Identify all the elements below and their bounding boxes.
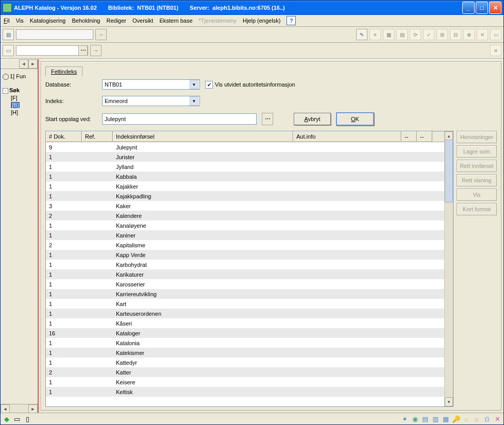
menu-fil[interactable]: Fil [4, 18, 10, 24]
table-row[interactable]: 1Kanaløyene [46, 220, 444, 230]
select-indeks[interactable]: Emneord ▼ [102, 96, 200, 106]
input-start[interactable]: Julepynt [102, 113, 257, 125]
status-exit-icon[interactable]: ✕ [493, 415, 501, 423]
table-row[interactable]: 1Kåseri [46, 318, 444, 328]
col-d1[interactable]: -- [401, 131, 417, 142]
status-nav-icon[interactable]: ✦ [400, 415, 409, 423]
col-dok[interactable]: # Dok. [46, 131, 82, 142]
table-row[interactable]: 1Kart [46, 299, 444, 309]
tree-fun[interactable]: 1] Fun [3, 73, 36, 80]
table-row[interactable]: 2Kapitalisme [46, 240, 444, 250]
tool-icon-list[interactable]: ▭ [3, 45, 14, 56]
status-print-icon[interactable]: ⎙ [483, 415, 491, 423]
toolbar-input-2[interactable]: ⋯ [16, 45, 88, 56]
toolbar-go-2[interactable]: → [90, 45, 102, 56]
btn-kort-format[interactable]: Kort format [457, 203, 497, 215]
status-window-icon[interactable]: ▭ [13, 415, 21, 423]
nav-scroll-track[interactable] [10, 404, 28, 413]
btn-rett-innforsel[interactable]: Rett innførsel [457, 160, 497, 172]
ok-button[interactable]: OK [336, 112, 374, 126]
close-button[interactable]: ✕ [489, 2, 501, 14]
maximize-button[interactable]: □ [476, 2, 488, 14]
table-row[interactable]: 1Karosserier [46, 279, 444, 289]
table-row[interactable]: 1Kaniner [46, 230, 444, 240]
table-row[interactable]: 1Jurister [46, 152, 444, 162]
table-row[interactable]: 1Karriereutvikling [46, 289, 444, 299]
tool-icon-9[interactable]: ⊗ [463, 29, 475, 40]
col-ref[interactable]: Ref. [82, 131, 113, 142]
tab-feltindeks[interactable]: Feltindeks [45, 66, 82, 76]
tool-icon-10[interactable]: ✕ [477, 29, 488, 40]
tool-close-panel-icon[interactable]: ✕ [490, 45, 501, 56]
menu-hjelp[interactable]: Hjelp (engelsk) [243, 18, 280, 24]
grid-scrollbar[interactable]: ▲ ▼ [444, 131, 453, 406]
tree-f[interactable]: [F] [11, 95, 36, 101]
tool-icon-11[interactable]: ▭ [490, 29, 501, 40]
minimize-button[interactable]: _ [462, 2, 475, 14]
grid-body[interactable]: 9Julepynt1Jurister1Jylland1Kabbala1Kajak… [46, 142, 444, 406]
status-home1-icon[interactable]: ⌂ [462, 415, 471, 423]
btn-rett-visning[interactable]: Rett visning [457, 174, 497, 186]
table-row[interactable]: 1Jylland [46, 162, 444, 172]
menu-rediger[interactable]: Rediger [107, 18, 127, 24]
tool-icon-7[interactable]: ⊞ [436, 29, 448, 40]
scroll-thumb[interactable] [445, 140, 453, 202]
toolbar-go-1[interactable]: → [95, 29, 107, 40]
tree-sok[interactable]: -Søk [3, 87, 36, 94]
table-row[interactable]: 1Kajakker [46, 181, 444, 191]
col-indeks[interactable]: Indeksinnførsel [113, 131, 293, 142]
status-home2-icon[interactable]: ⌂ [473, 415, 481, 423]
status-list-icon[interactable]: ▤ [421, 415, 429, 423]
tool-icon-5[interactable]: ⟳ [410, 29, 421, 40]
table-row[interactable]: 1Katekismer [46, 348, 444, 358]
nav-tab-prev[interactable]: ◄ [19, 59, 28, 69]
toolbar-browse-icon[interactable]: ⋯ [78, 45, 88, 56]
status-key-icon[interactable]: 🔑 [452, 415, 460, 423]
tool-icon-doc[interactable]: ▤ [3, 29, 14, 40]
table-row[interactable]: 2Kalendere [46, 211, 444, 220]
help-icon[interactable]: ? [287, 16, 296, 25]
checkbox-autoritet[interactable]: ✔ Vis utvidet autoritetsinformasjon [205, 81, 295, 89]
tree-h[interactable]: [H] [11, 109, 36, 115]
menu-ekstern[interactable]: Ekstern base [159, 18, 192, 24]
menu-oversikt[interactable]: Oversikt [132, 18, 153, 24]
table-row[interactable]: 1Kapp Verde [46, 250, 444, 260]
menu-vis[interactable]: Vis [16, 18, 24, 24]
table-row[interactable]: 1Kajakkpadling [46, 191, 444, 201]
col-aut[interactable]: Aut.info [293, 131, 401, 142]
table-row[interactable]: 16Kataloger [46, 328, 444, 338]
scroll-down-icon[interactable]: ▼ [445, 397, 453, 406]
table-row[interactable]: 1Keisere [46, 377, 444, 387]
nav-tab-next[interactable]: ► [28, 59, 38, 69]
select-database[interactable]: NTB01 ▼ [102, 79, 200, 90]
table-row[interactable]: 1Kabbala [46, 172, 444, 181]
table-row[interactable]: 1Katalonia [46, 338, 444, 348]
table-row[interactable]: 1Karikaturer [46, 269, 444, 279]
table-row[interactable]: 1Kattedyr [46, 358, 444, 367]
status-marc-icon[interactable]: ◉ [411, 415, 419, 423]
btn-lagre-som[interactable]: Lagre som [457, 145, 497, 158]
btn-vis[interactable]: Vis [457, 189, 497, 201]
menu-beholdning[interactable]: Beholdning [72, 18, 100, 24]
tool-icon-3[interactable]: ▦ [383, 29, 394, 40]
tool-new-icon[interactable]: ✎ [356, 29, 367, 40]
tree-b[interactable]: [B] [11, 102, 36, 108]
menu-katalogisering[interactable]: Katalogisering [30, 18, 66, 24]
table-row[interactable]: 2Katter [46, 367, 444, 377]
toolbar-input-1[interactable] [16, 29, 93, 40]
btn-henvisninger[interactable]: Henvisninger [457, 131, 497, 143]
table-row[interactable]: 1Karteuserordenen [46, 309, 444, 318]
status-grid-icon[interactable]: ▥ [431, 415, 440, 423]
table-row[interactable]: 1Keltisk [46, 387, 444, 397]
browse-button[interactable]: ⋯ [262, 113, 273, 125]
col-d2[interactable]: -- [417, 131, 432, 142]
table-row[interactable]: 3Kaker [46, 201, 444, 211]
table-row[interactable]: 1Karbohydrat [46, 260, 444, 269]
status-doc-icon[interactable]: ▯ [23, 415, 31, 423]
status-table-icon[interactable]: ▦ [442, 415, 450, 423]
tool-icon-2[interactable]: ≡ [369, 29, 381, 40]
tool-icon-6[interactable]: ✓ [423, 29, 434, 40]
tool-icon-4[interactable]: ▤ [396, 29, 408, 40]
tool-icon-8[interactable]: ⊟ [450, 29, 461, 40]
avbryt-button[interactable]: Avbryt [294, 113, 331, 125]
